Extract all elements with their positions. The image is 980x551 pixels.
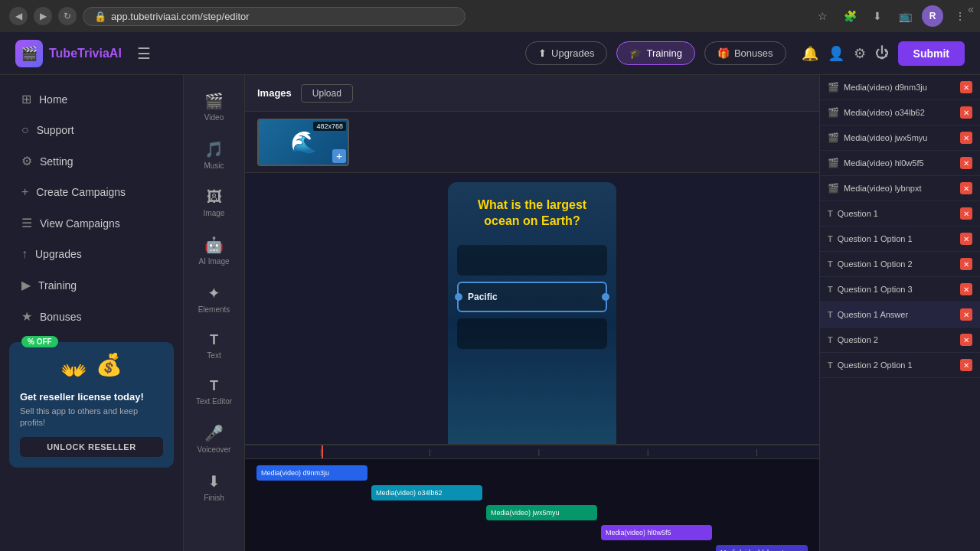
promo-card: % OFF 👐 💰 Get reseller license today! Se… — [9, 342, 174, 468]
item-left: T Question 1 Option 3 — [828, 285, 913, 294]
sidebar-training-label: Training — [38, 279, 77, 292]
item-left: T Question 1 — [828, 209, 878, 218]
power-button[interactable]: ⏻ — [875, 45, 889, 61]
sidebar-bonuses-label: Bonuses — [40, 311, 81, 323]
training-nav-button[interactable]: 🎓 Training — [616, 41, 694, 65]
support-icon: ○ — [21, 123, 29, 137]
browser-extensions[interactable]: 🧩 — [839, 5, 861, 27]
timeline-playhead[interactable] — [322, 445, 323, 458]
sidebar-item-home[interactable]: ⊞ Home — [6, 84, 177, 114]
upgrades-icon: ⬆ — [538, 47, 547, 59]
voiceover-tool-label: Voiceover — [198, 445, 231, 454]
thumbnail-item[interactable]: 🌊 482x768 + — [257, 119, 349, 166]
bonuses-nav-button[interactable]: 🎁 Bonuses — [704, 41, 786, 65]
tool-video[interactable]: 🎬 Video — [188, 84, 240, 129]
sidebar-item-create-campaigns[interactable]: + Create Campaigns — [6, 178, 177, 207]
handle-left — [455, 293, 462, 301]
delete-button[interactable]: ✕ — [960, 182, 972, 194]
right-panel-item-q2[interactable]: T Question 2 ✕ — [820, 328, 980, 353]
delete-button[interactable]: ✕ — [960, 334, 972, 346]
delete-button[interactable]: ✕ — [960, 233, 972, 245]
right-panel-item-lybnpxt[interactable]: 🎬 Media(video) lybnpxt ✕ — [820, 176, 980, 201]
clip-lybnpxt[interactable]: Media(video) lybnpxt — [716, 545, 808, 551]
tool-finish[interactable]: ⬇ Finish — [188, 465, 240, 510]
item-left: T Question 1 Option 1 — [828, 234, 913, 243]
sidebar-item-view-campaigns[interactable]: ☰ View Campaigns — [6, 208, 177, 238]
upgrades-nav-button[interactable]: ⬆ Upgrades — [525, 41, 607, 65]
delete-button[interactable]: ✕ — [960, 81, 972, 93]
training-sidebar-icon: ▶ — [21, 278, 31, 292]
user-button[interactable]: 👤 — [828, 45, 844, 62]
hamburger-button[interactable]: ☰ — [134, 41, 154, 66]
delete-button[interactable]: ✕ — [960, 106, 972, 119]
tool-elements[interactable]: ✦ Elements — [188, 276, 240, 321]
wave-icon: 🌊 — [290, 129, 317, 155]
tool-text[interactable]: T Text — [188, 324, 240, 367]
right-panel-item-q1[interactable]: T Question 1 ✕ — [820, 201, 980, 227]
media-icon: 🎬 — [828, 82, 839, 93]
canvas-timeline-wrapper: 🌊 482x768 + What is the largest ocean on… — [245, 112, 819, 551]
item-left: T Question 2 — [828, 335, 878, 344]
thumbnail-strip: 🌊 482x768 + — [245, 112, 819, 173]
browser-forward[interactable]: ▶ — [34, 7, 52, 25]
unlock-reseller-button[interactable]: UNLOCK RESELLER — [20, 437, 163, 457]
browser-refresh[interactable]: ↻ — [58, 7, 77, 25]
right-panel-item-q1answer[interactable]: T Question 1 Answer ✕ — [820, 302, 980, 328]
notification-button[interactable]: 🔔 — [802, 45, 818, 62]
clip-hl0w5f5[interactable]: Media(video) hl0w5f5 — [601, 525, 712, 540]
timeline-ruler: | | | | | — [245, 445, 819, 459]
left-sidebar: ⊞ Home ○ Support ⚙ Setting + Create Camp… — [0, 75, 184, 551]
media-icon: 🎬 — [828, 132, 839, 143]
clip-o34lb62[interactable]: Media(video) o34lb62 — [371, 485, 482, 500]
thumb-add-button[interactable]: + — [332, 149, 346, 163]
delete-button[interactable]: ✕ — [960, 207, 972, 220]
tool-voiceover[interactable]: 🎤 Voiceover — [188, 416, 240, 461]
upload-button[interactable]: Upload — [301, 84, 353, 103]
tool-music[interactable]: 🎵 Music — [188, 132, 240, 178]
browser-bookmark[interactable]: ☆ — [812, 5, 833, 27]
right-panel-item-q1o2[interactable]: T Question 1 Option 2 ✕ — [820, 252, 980, 277]
right-panel-item-hl0w5f5[interactable]: 🎬 Media(video) hl0w5f5 ✕ — [820, 151, 980, 176]
delete-button[interactable]: ✕ — [960, 157, 972, 169]
delete-button[interactable]: ✕ — [960, 283, 972, 295]
tool-ai-image[interactable]: 🤖 AI Image — [188, 228, 240, 273]
answer-option-1[interactable] — [457, 245, 607, 276]
bonuses-sidebar-icon: ★ — [21, 309, 32, 324]
sidebar-item-bonuses[interactable]: ★ Bonuses — [6, 302, 177, 331]
sidebar-item-upgrades[interactable]: ↑ Upgrades — [6, 240, 177, 269]
answer-option-3[interactable] — [457, 318, 607, 349]
item-left: T Question 2 Option 1 — [828, 360, 913, 370]
clip-jwx5myu[interactable]: Media(video) jwx5myu — [486, 505, 597, 520]
item-left: 🎬 Media(video) jwx5myu — [828, 132, 927, 143]
answer-pacific: Pacific — [468, 292, 498, 302]
browser-back[interactable]: ◀ — [9, 7, 28, 25]
delete-button[interactable]: ✕ — [960, 359, 972, 371]
right-panel-item-q2o1[interactable]: T Question 2 Option 1 ✕ — [820, 353, 980, 378]
submit-button[interactable]: Submit — [898, 41, 965, 66]
clip-d9nm3ju[interactable]: Media(video) d9nm3ju — [256, 465, 368, 481]
text-icon: T — [828, 335, 833, 344]
browser-downloads[interactable]: ⬇ — [867, 5, 888, 27]
delete-button[interactable]: ✕ — [960, 308, 972, 321]
sidebar-item-setting[interactable]: ⚙ Setting — [6, 146, 177, 176]
right-panel-item-o34lb62[interactable]: 🎬 Media(video) o34lb62 ✕ — [820, 100, 980, 126]
media-icon: 🎬 — [828, 158, 839, 168]
finish-tool-icon: ⬇ — [207, 472, 220, 491]
tool-image[interactable]: 🖼 Image — [188, 181, 240, 225]
settings-button[interactable]: ⚙ — [854, 45, 866, 62]
sidebar-item-support[interactable]: ○ Support — [6, 116, 177, 145]
right-panel-item-jwx5myu[interactable]: 🎬 Media(video) jwx5myu ✕ — [820, 126, 980, 151]
right-panel-item-q1o1[interactable]: T Question 1 Option 1 ✕ — [820, 227, 980, 252]
tool-text-editor[interactable]: T Text Editor — [188, 370, 240, 413]
delete-button[interactable]: ✕ — [960, 132, 972, 144]
sidebar-view-campaigns-label: View Campaigns — [40, 217, 120, 230]
right-panel: « 🎬 Media(video) d9nm3ju ✕ 🎬 Media(video… — [819, 75, 980, 551]
browser-cast[interactable]: 📺 — [894, 5, 916, 27]
sidebar-item-training[interactable]: ▶ Training — [6, 270, 177, 300]
answer-option-2[interactable]: Pacific — [457, 282, 607, 312]
right-panel-item-d9nm3ju[interactable]: 🎬 Media(video) d9nm3ju ✕ — [820, 75, 980, 100]
delete-button[interactable]: ✕ — [960, 258, 972, 270]
video-tool-label: Video — [204, 113, 224, 122]
user-avatar[interactable]: R — [922, 5, 943, 27]
right-panel-item-q1o3[interactable]: T Question 1 Option 3 ✕ — [820, 277, 980, 302]
